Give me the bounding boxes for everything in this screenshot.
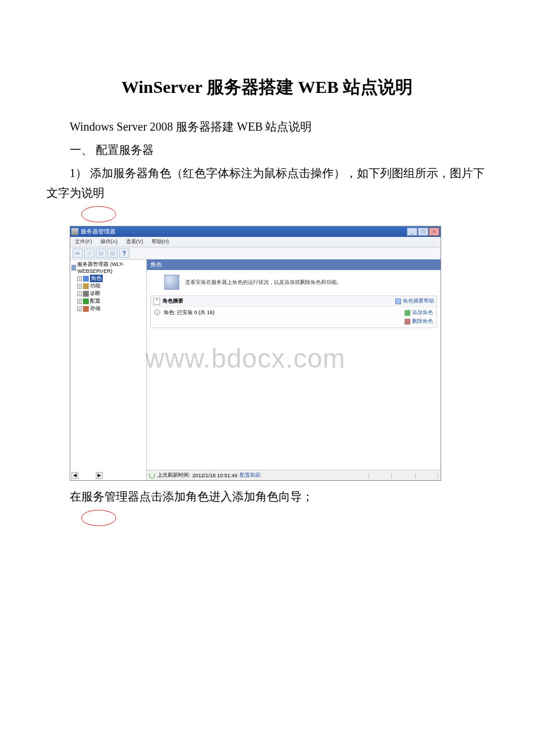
last-refresh-label: 上次刷新时间: [157,471,190,479]
remove-role-label: 删除角色 [412,318,433,325]
highlight-oval-1 [81,206,116,222]
section-title: 角色摘要 [163,297,395,305]
help-icon: ? [122,250,126,257]
window-titlebar[interactable]: 服务器管理器 _ □ × [70,226,441,237]
tree-item-label: 存储 [90,305,100,312]
help-link-label: 角色摘要帮助 [403,297,434,305]
tree-item-storage[interactable]: + 存储 [71,305,145,312]
content-pane: 角色 查看安装在服务器上角色的运行状况，以及添加或删除角色和功能。 ⌃ 角色摘要… [147,260,441,480]
tree-item-label: 功能 [90,282,100,290]
menu-action[interactable]: 操作(A) [100,238,118,246]
help-button[interactable]: ? [119,249,129,258]
server-manager-window: 服务器管理器 _ □ × 文件(F) 操作(A) 查看(V) 帮助(H) ? [70,226,441,481]
tree-pane: 服务器管理器 (WLY-WEBSERVER) + 角色 + 功能 + 诊断 [70,260,147,480]
menu-file[interactable]: 文件(F) [75,238,92,246]
server-manager-icon [71,228,78,235]
configuration-icon [83,298,89,304]
properties-button[interactable] [107,249,118,258]
close-button[interactable]: × [429,228,439,236]
tree-item-label: 角色 [90,275,103,282]
expand-icon[interactable]: + [77,307,82,311]
server-icon [71,265,76,271]
status-grip-2 [415,473,438,478]
highlight-oval-2 [81,510,116,526]
remove-role-icon [405,319,410,325]
menu-bar: 文件(F) 操作(A) 查看(V) 帮助(H) [70,237,441,247]
paragraph-caption-1: 在服务管理器点击添加角色进入添加角色向导； [46,487,488,506]
collapse-button[interactable]: ⌃ [153,298,160,305]
panel-description-text: 查看安装在服务器上角色的运行状况，以及添加或删除角色和功能。 [185,279,342,286]
forward-button[interactable] [84,249,95,258]
features-icon [83,283,89,289]
roles-big-icon [164,275,179,290]
document-title: WinServer 服务器搭建 WEB 站点说明 [46,75,488,99]
tree-item-configuration[interactable]: + 配置 [71,297,145,305]
expand-icon[interactable]: + [77,276,82,281]
status-grip-1 [369,473,392,478]
last-refresh-time: 2012/1/18 10:51:49 [193,473,238,478]
add-role-icon [405,310,410,316]
info-icon: i [154,309,160,315]
heading-section-1: 一、 配置服务器 [46,140,488,160]
menu-view[interactable]: 查看(V) [126,238,143,246]
back-button[interactable] [73,249,83,258]
tree-item-label: 诊断 [90,290,100,297]
tree-hscroll[interactable]: ◀ ▶ [71,472,103,479]
scroll-left-icon[interactable]: ◀ [71,472,78,479]
remove-role-link[interactable]: 删除角色 [405,318,433,325]
refresh-icon[interactable] [149,473,155,478]
paragraph-step-1: 1） 添加服务器角色（红色字体标注为鼠标点击操作），如下列图组所示，图片下文字为… [46,163,488,203]
tree-root-label: 服务器管理器 (WLY-WEBSERVER) [77,261,145,274]
toolbar: ? [70,247,441,260]
roles-summary-section: ⌃ 角色摘要 角色摘要帮助 i 角色: 已安装 0 (共 16) [150,296,437,328]
tree-item-label: 配置 [90,297,100,305]
up-button[interactable] [96,249,106,258]
help-link-icon [395,298,401,304]
status-bar: 上次刷新时间: 2012/1/18 10:51:49 配置刷新 [147,470,441,480]
roles-icon [83,276,89,282]
tree-item-roles[interactable]: + 角色 [71,275,145,282]
scroll-right-icon[interactable]: ▶ [96,472,103,479]
tree-root[interactable]: 服务器管理器 (WLY-WEBSERVER) [71,261,145,274]
tree-item-diagnostics[interactable]: + 诊断 [71,290,145,297]
roles-summary-help-link[interactable]: 角色摘要帮助 [395,297,434,305]
paragraph-intro: Windows Server 2008 服务器搭建 WEB 站点说明 [46,117,488,136]
roles-installed-text: 角色: 已安装 0 (共 16) [164,309,215,316]
expand-icon[interactable]: + [77,284,82,289]
expand-icon[interactable]: + [77,299,82,304]
panel-header: 角色 [147,260,441,270]
minimize-button[interactable]: _ [407,228,417,236]
configure-refresh-link[interactable]: 配置刷新 [240,471,261,479]
maximize-button[interactable]: □ [418,228,428,236]
menu-help[interactable]: 帮助(H) [151,238,169,246]
window-title: 服务器管理器 [81,228,407,236]
add-role-link[interactable]: 添加角色 [405,309,433,316]
expand-icon[interactable]: + [77,291,82,296]
storage-icon [83,306,89,312]
diagnostics-icon [83,291,89,297]
add-role-label: 添加角色 [412,309,433,316]
panel-description-row: 查看安装在服务器上角色的运行状况，以及添加或删除角色和功能。 [147,270,441,294]
tree-item-features[interactable]: + 功能 [71,282,145,290]
